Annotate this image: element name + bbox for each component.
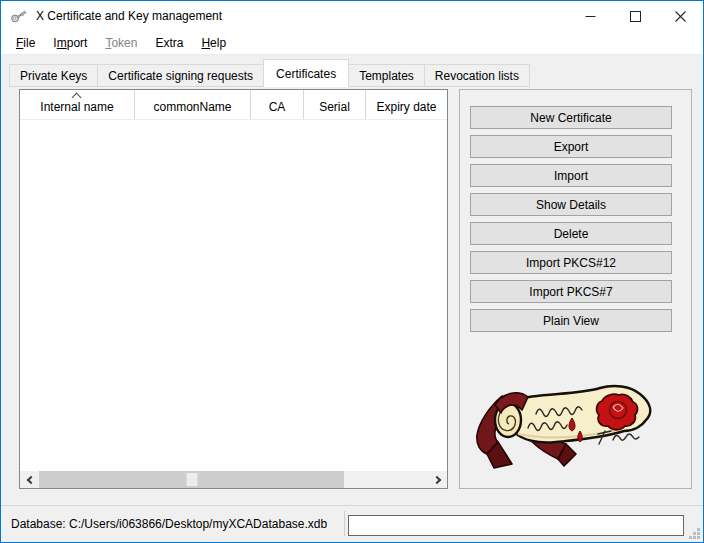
horizontal-scrollbar[interactable] [20, 471, 447, 488]
window-title: X Certificate and Key management [36, 9, 222, 23]
tab-revocation-lists[interactable]: Revocation lists [424, 64, 530, 87]
tab-certificates[interactable]: Certificates [263, 59, 349, 87]
tab-bar: Private Keys Certificate signing request… [9, 59, 530, 87]
xca-scroll-logo [472, 380, 660, 476]
statusbar-separator [344, 511, 345, 536]
tab-certificate-signing-requests[interactable]: Certificate signing requests [97, 64, 264, 87]
minimize-icon[interactable] [568, 1, 613, 31]
menu-help[interactable]: Help [192, 33, 235, 53]
scrollbar-thumb[interactable] [39, 471, 344, 488]
import-pkcs7-button[interactable]: Import PKCS#7 [470, 280, 672, 303]
titlebar[interactable]: X Certificate and Key management [1, 1, 703, 31]
certificate-table: Internal name commonName CA Serial Expir… [19, 89, 448, 489]
database-path-label: Database: C:/Users/i063866/Desktop/myXCA… [11, 517, 327, 531]
plain-view-button[interactable]: Plain View [470, 309, 672, 332]
show-details-button[interactable]: Show Details [470, 193, 672, 216]
scroll-right-icon[interactable] [429, 471, 447, 488]
table-header-row: Internal name commonName CA Serial Expir… [20, 90, 447, 120]
column-header-commonname[interactable]: commonName [135, 90, 251, 119]
new-certificate-button[interactable]: New Certificate [470, 106, 672, 129]
export-button[interactable]: Export [470, 135, 672, 158]
menu-token: Token [96, 33, 146, 53]
scrollbar-grip [186, 473, 197, 486]
status-bar: Database: C:/Users/i063866/Desktop/myXCA… [1, 505, 703, 542]
menu-extra[interactable]: Extra [146, 33, 192, 53]
import-button[interactable]: Import [470, 164, 672, 187]
menubar: File Import Token Extra Help [1, 31, 703, 55]
import-pkcs12-button[interactable]: Import PKCS#12 [470, 251, 672, 274]
window-controls [568, 1, 703, 31]
scroll-left-icon[interactable] [20, 471, 38, 488]
certificate-table-body[interactable] [20, 121, 447, 471]
column-header-ca[interactable]: CA [251, 90, 304, 119]
maximize-icon[interactable] [613, 1, 658, 31]
column-header-serial[interactable]: Serial [304, 90, 366, 119]
statusbar-field[interactable] [348, 515, 684, 536]
tab-private-keys[interactable]: Private Keys [9, 64, 98, 87]
action-panel: New Certificate Export Import Show Detai… [459, 89, 692, 489]
app-window: X Certificate and Key management File Im… [0, 0, 704, 543]
menu-import[interactable]: Import [44, 33, 96, 53]
key-icon [10, 7, 28, 25]
resize-grip-icon[interactable] [688, 527, 701, 540]
menu-file[interactable]: File [7, 33, 44, 53]
column-header-expiry-date[interactable]: Expiry date [366, 90, 447, 119]
delete-button[interactable]: Delete [470, 222, 672, 245]
close-icon[interactable] [658, 1, 703, 31]
tab-templates[interactable]: Templates [348, 64, 425, 87]
